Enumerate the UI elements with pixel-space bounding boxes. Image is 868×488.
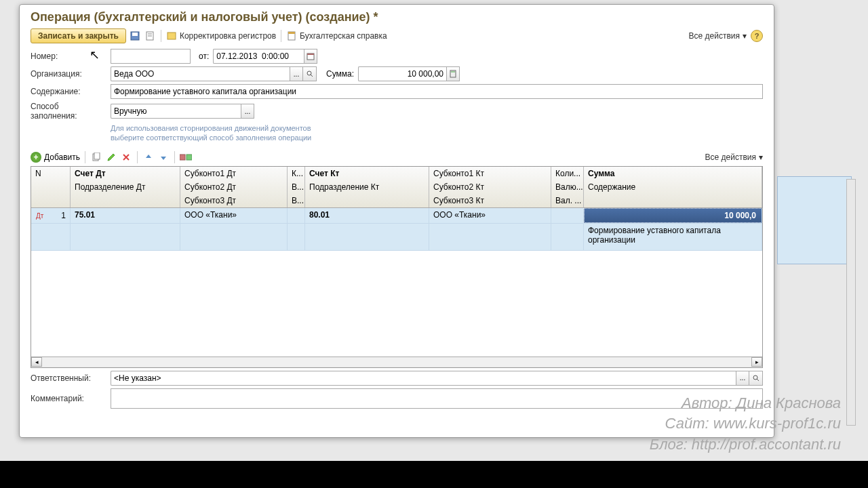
number-input[interactable]	[111, 49, 191, 64]
org-label: Организация:	[31, 69, 106, 79]
grid-toolbar: + Добавить Все действия ▾	[20, 148, 774, 166]
search-icon[interactable]	[749, 371, 763, 386]
col-kol[interactable]: Коли...	[551, 167, 584, 180]
svg-line-11	[311, 75, 313, 77]
grid-body[interactable]: Дт 1 75.01 ООО «Ткани» 80.01 ООО «Ткани»…	[31, 208, 762, 357]
date-input[interactable]	[213, 49, 304, 64]
method-input[interactable]	[111, 104, 241, 119]
edit-icon[interactable]	[105, 151, 117, 163]
scroll-left-icon[interactable]: ◂	[31, 357, 42, 367]
black-bar	[0, 461, 868, 488]
delete-icon[interactable]	[120, 151, 132, 163]
copy-icon[interactable]	[90, 151, 102, 163]
ellipsis-button[interactable]: ...	[241, 104, 254, 119]
col-n[interactable]: N	[31, 167, 71, 180]
col-sub3kt[interactable]: Субконто3 Кт	[429, 194, 551, 207]
col-sum[interactable]: Сумма	[584, 167, 762, 180]
separator	[281, 30, 281, 42]
registers-button[interactable]: Корректировка регистров	[166, 30, 276, 41]
search-icon[interactable]	[303, 66, 317, 81]
row-content[interactable]: Формирование уставного капитала организа…	[584, 224, 762, 250]
row-sub1kt[interactable]: ООО «Ткани»	[429, 208, 551, 223]
col-content[interactable]: Содержание	[584, 180, 762, 194]
main-toolbar: Записать и закрыть Корректировка регистр…	[20, 27, 774, 47]
entry-icon: Дт	[35, 211, 45, 220]
content-input[interactable]	[111, 84, 763, 99]
row-kt[interactable]: 80.01	[305, 208, 429, 223]
svg-rect-9	[307, 54, 314, 55]
background-panel	[777, 176, 852, 264]
reference-button[interactable]: Бухгалтерская справка	[286, 30, 387, 41]
registers-label: Корректировка регистров	[180, 31, 276, 41]
sum-label: Сумма:	[326, 69, 354, 79]
separator	[85, 151, 85, 163]
col-kt[interactable]: Счет Кт	[305, 167, 429, 180]
dtkt-icon[interactable]	[180, 151, 192, 163]
col-v2[interactable]: В...	[288, 194, 305, 207]
col-sub2kt[interactable]: Субконто2 Кт	[429, 180, 551, 194]
col-val2[interactable]: Вал. ...	[551, 194, 584, 207]
svg-rect-16	[180, 155, 185, 160]
grid-header: N Счет Дт Субконто1 Дт К... Счет Кт Субк…	[31, 167, 762, 208]
col-podr-kt[interactable]: Подразделение Кт	[305, 180, 429, 194]
svg-rect-17	[186, 155, 192, 160]
calculator-icon[interactable]	[446, 66, 460, 81]
ellipsis-button[interactable]: ...	[290, 66, 303, 81]
sum-input[interactable]	[358, 66, 446, 81]
save-icon[interactable]	[129, 30, 141, 42]
entries-grid[interactable]: N Счет Дт Субконто1 Дт К... Счет Кт Субк…	[31, 166, 763, 368]
window-title: Операция (бухгалтерский и налоговый учет…	[20, 5, 774, 27]
background-scrollbar[interactable]	[846, 179, 856, 426]
all-actions-dropdown[interactable]: Все действия ▾	[689, 31, 747, 41]
col-val1[interactable]: Валю...	[551, 180, 584, 194]
move-down-icon[interactable]	[157, 151, 170, 163]
calendar-icon[interactable]	[304, 49, 317, 64]
org-input[interactable]	[111, 66, 290, 81]
row-sub1dt[interactable]: ООО «Ткани»	[180, 208, 288, 223]
all-actions-label: Все действия	[689, 31, 740, 41]
separator	[137, 151, 138, 163]
col-v1[interactable]: В...	[288, 180, 305, 194]
chevron-down-icon: ▾	[759, 152, 763, 162]
separator	[161, 30, 161, 42]
document-icon[interactable]	[144, 30, 156, 42]
col-sub3dt[interactable]: Субконто3 Дт	[180, 194, 288, 207]
comment-input[interactable]	[111, 388, 763, 409]
comment-label: Комментарий:	[31, 394, 106, 403]
move-up-icon[interactable]	[142, 151, 155, 163]
help-icon[interactable]: ?	[751, 30, 763, 42]
add-label: Добавить	[44, 152, 80, 162]
svg-line-20	[757, 379, 759, 381]
grid-all-actions-dropdown[interactable]: Все действия ▾	[705, 152, 763, 162]
table-row[interactable]: Дт 1 75.01 ООО «Ткани» 80.01 ООО «Ткани»…	[31, 208, 762, 224]
row-n: 1	[61, 211, 66, 220]
add-button[interactable]: + Добавить	[31, 152, 80, 163]
col-sub2dt[interactable]: Субконто2 Дт	[180, 180, 288, 194]
number-label: Номер:	[31, 52, 106, 61]
content-label: Содержание:	[31, 87, 106, 96]
resp-label: Ответственный:	[31, 373, 106, 383]
form-area: Номер: от: Организация: ... Сумма:	[20, 47, 774, 144]
col-sub1dt[interactable]: Субконто1 Дт	[180, 167, 288, 180]
col-k[interactable]: К...	[288, 167, 305, 180]
row-sum[interactable]: 10 000,0	[584, 208, 762, 223]
separator	[174, 151, 175, 163]
col-sub1kt[interactable]: Субконто1 Кт	[429, 167, 551, 180]
svg-rect-7	[288, 32, 295, 34]
table-row[interactable]: Формирование уставного капитала организа…	[31, 224, 762, 251]
date-label: от:	[199, 52, 209, 61]
svg-rect-5	[167, 33, 176, 39]
svg-rect-15	[94, 152, 100, 159]
resp-input[interactable]	[111, 371, 736, 386]
col-dt[interactable]: Счет Дт	[71, 167, 180, 180]
row-dt[interactable]: 75.01	[71, 208, 180, 223]
svg-text:Дт: Дт	[36, 212, 44, 220]
ellipsis-button[interactable]: ...	[736, 371, 749, 386]
horizontal-scrollbar[interactable]: ◂ ▸	[31, 357, 762, 367]
plus-icon: +	[31, 152, 41, 163]
col-podr-dt[interactable]: Подразделение Дт	[71, 180, 180, 194]
scroll-right-icon[interactable]: ▸	[751, 357, 762, 367]
reference-label: Бухгалтерская справка	[300, 31, 387, 41]
save-close-button[interactable]: Записать и закрыть	[31, 28, 126, 43]
hint-text: Для использования сторнирования движений…	[111, 123, 763, 143]
